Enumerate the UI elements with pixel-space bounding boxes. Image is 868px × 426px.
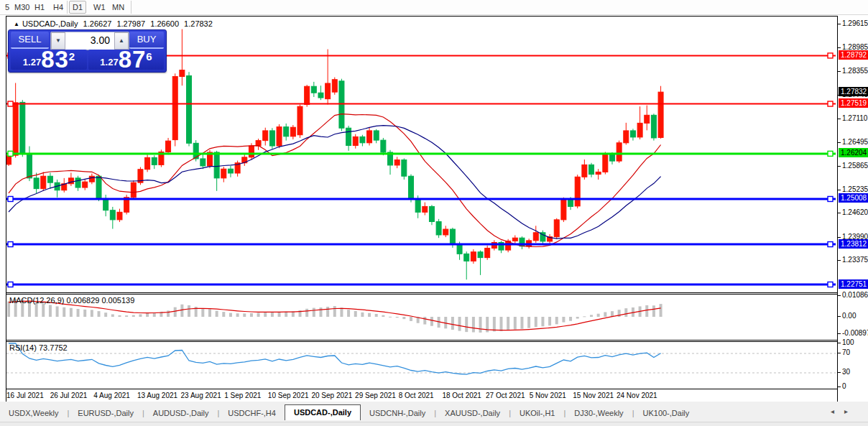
chart-window: 16 Jul 202126 Jul 20214 Aug 202113 Aug 2… [6, 16, 838, 403]
axis-tick [838, 260, 841, 261]
candle [200, 154, 206, 169]
axis-tick [838, 353, 841, 353]
rsi-pane [6, 342, 836, 389]
candle [83, 180, 88, 190]
candle [464, 251, 469, 279]
tab-dj30-weekly[interactable]: DJ30-,Weekly [565, 406, 632, 420]
tab-usdcad-daily[interactable]: USDCAD-,Daily [285, 404, 361, 420]
candle [339, 79, 344, 131]
date-label: 29 Sep 2021 [355, 392, 396, 399]
level-line-1.23812[interactable] [6, 242, 836, 247]
axis-tick [838, 213, 841, 213]
period-button-h1[interactable]: H1 [32, 1, 47, 13]
period-button-mn[interactable]: MN [109, 1, 127, 13]
toolbar-separator [67, 1, 68, 14]
period-button-h4[interactable]: H4 [50, 1, 66, 13]
candle [311, 82, 316, 97]
candle [520, 236, 525, 249]
candle [512, 235, 517, 244]
candle [41, 172, 46, 190]
price-level-badge-1.26204: 1.26204 [839, 148, 868, 157]
candle [360, 135, 365, 147]
candle [346, 126, 351, 151]
price-axis-label: 1.28355 [842, 67, 868, 75]
rsi-axis-label: 100 [842, 338, 854, 347]
tab-scroll-left-icon[interactable]: ◂ [831, 407, 844, 415]
candle [423, 203, 428, 216]
date-label: 13 Aug 2021 [137, 392, 177, 399]
axis-tick [838, 119, 841, 119]
candle [436, 219, 441, 238]
macd-axis-label: 0.00 [842, 312, 856, 320]
axis-tick [838, 333, 841, 334]
buy-price-prefix: 1.27 [100, 57, 118, 68]
volume-input[interactable]: 3.00 [65, 32, 114, 50]
date-label: 5 Nov 2021 [530, 392, 566, 399]
macd-axis-label: 0.010869 [842, 291, 868, 300]
period-button-d1[interactable]: D1 [69, 1, 86, 14]
sell-price-prefix: 1.27 [23, 57, 41, 68]
tab-usdchf-h4[interactable]: USDCHF-,H4 [219, 406, 285, 420]
toolbar-separator [131, 1, 131, 14]
candle [471, 249, 476, 264]
rsi-label: RSI(14) 73.7752 [9, 343, 68, 352]
tab-usdcnh-daily[interactable]: USDCNH-,Daily [361, 406, 434, 420]
ma-slow-line [9, 126, 661, 239]
axis-tick [838, 343, 841, 343]
buy-price[interactable]: 1.27 87 6 [88, 50, 164, 70]
price-axis-label: 1.23375 [842, 256, 868, 264]
sell-price[interactable]: 1.27 83 2 [11, 50, 87, 70]
date-label: 10 Sep 2021 [268, 392, 309, 399]
candle [326, 50, 331, 105]
candle [89, 174, 94, 185]
period-button-5[interactable]: 5 [2, 1, 12, 13]
rsi-axis-label: 30 [842, 368, 850, 376]
axis-tick [838, 372, 841, 373]
macd-axis-label: -0.008974 [842, 329, 868, 338]
axis-tick [838, 295, 841, 296]
price-axis[interactable]: 1.296151.289851.283551.277401.271101.264… [838, 16, 868, 402]
quote-open: 1.26627 [83, 19, 112, 28]
level-line-1.27519[interactable] [6, 101, 836, 106]
candle [297, 105, 303, 138]
axis-tick [838, 24, 841, 24]
price-level-badge-1.23812: 1.23812 [839, 239, 868, 249]
tab-uk100-daily[interactable]: UK100-,Daily [634, 406, 698, 420]
candle [290, 125, 295, 139]
candle [651, 114, 656, 140]
collapse-triangle-icon[interactable]: ▲ [14, 21, 19, 27]
candle [138, 167, 143, 185]
tab-eurusd-daily[interactable]: EURUSD-,Daily [69, 406, 142, 420]
buy-price-sup: 6 [146, 50, 152, 62]
candle [332, 78, 337, 95]
date-label: 1 Sep 2021 [224, 392, 261, 399]
candle [145, 154, 150, 172]
date-label: 20 Sep 2021 [311, 392, 352, 399]
candle [96, 175, 101, 201]
period-button-m30[interactable]: M30 [11, 1, 32, 13]
candle [20, 100, 25, 157]
candle [596, 169, 601, 180]
candle [284, 124, 289, 141]
candle [367, 128, 372, 146]
candle [62, 178, 67, 193]
buy-price-big: 87 [119, 50, 147, 70]
candle [478, 251, 483, 275]
candle [75, 176, 80, 191]
tab-xauusd-daily[interactable]: XAUUSD-,Daily [436, 406, 509, 420]
candle [269, 128, 274, 149]
tab-usdx-weekly[interactable]: USDX,Weekly [0, 406, 67, 420]
period-button-w1[interactable]: W1 [91, 1, 108, 13]
price-axis-label: 1.24620 [842, 208, 868, 217]
candle [582, 159, 587, 180]
candle [318, 85, 323, 100]
tab-audusd-daily[interactable]: AUDUSD-,Daily [144, 406, 218, 420]
tab-scroll-right-icon[interactable]: ▸ [844, 407, 858, 415]
candle [499, 241, 504, 253]
candle [353, 134, 358, 149]
chart-tabs: USDX,Weekly|EURUSD-,Daily|AUDUSD-,Daily|… [0, 404, 868, 420]
quote-high: 1.27987 [116, 19, 145, 28]
tab-ukoil-h1[interactable]: UKOil-,H1 [511, 406, 564, 420]
level-line-1.22751[interactable] [6, 282, 836, 287]
symbol-name: USDCAD-,Daily [22, 19, 78, 28]
